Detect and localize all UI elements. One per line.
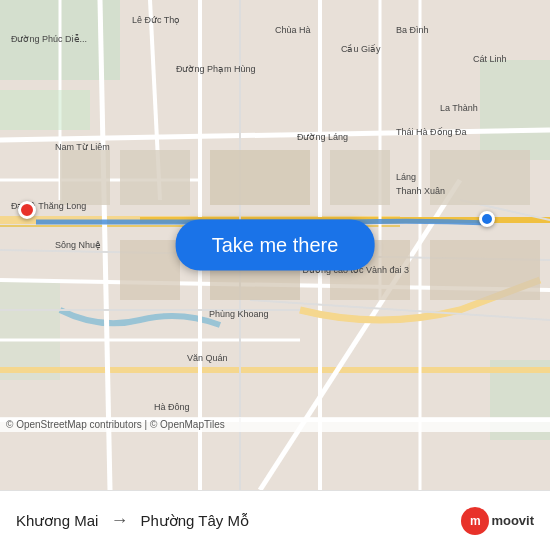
svg-rect-36 (0, 90, 90, 130)
svg-rect-28 (210, 150, 310, 205)
svg-rect-35 (60, 150, 110, 205)
svg-rect-2 (480, 60, 550, 160)
destination-pin (479, 211, 495, 227)
svg-rect-29 (330, 150, 390, 205)
bottom-bar: Khương Mai → Phường Tây Mỗ m moovit (0, 490, 550, 550)
route-arrow-icon: → (110, 510, 128, 531)
location-from: Khương Mai (16, 512, 98, 530)
route-button-overlay: Take me there (176, 220, 375, 271)
moovit-label: moovit (491, 513, 534, 528)
svg-rect-34 (430, 240, 540, 300)
svg-rect-27 (120, 150, 190, 205)
route-info: Khương Mai → Phường Tây Mỗ (16, 510, 461, 531)
take-me-there-button[interactable]: Take me there (176, 220, 375, 271)
origin-pin (18, 201, 36, 219)
moovit-brand: m moovit (461, 507, 534, 535)
map-container: Ba Đình Cát Linh Cầu Giấy La Thành Thái … (0, 0, 550, 490)
svg-rect-30 (120, 240, 180, 300)
svg-rect-33 (430, 150, 530, 205)
map-attribution: © OpenStreetMap contributors | © OpenMap… (0, 417, 550, 432)
location-to: Phường Tây Mỗ (140, 512, 249, 530)
moovit-icon: m (461, 507, 489, 535)
svg-rect-4 (0, 280, 60, 380)
